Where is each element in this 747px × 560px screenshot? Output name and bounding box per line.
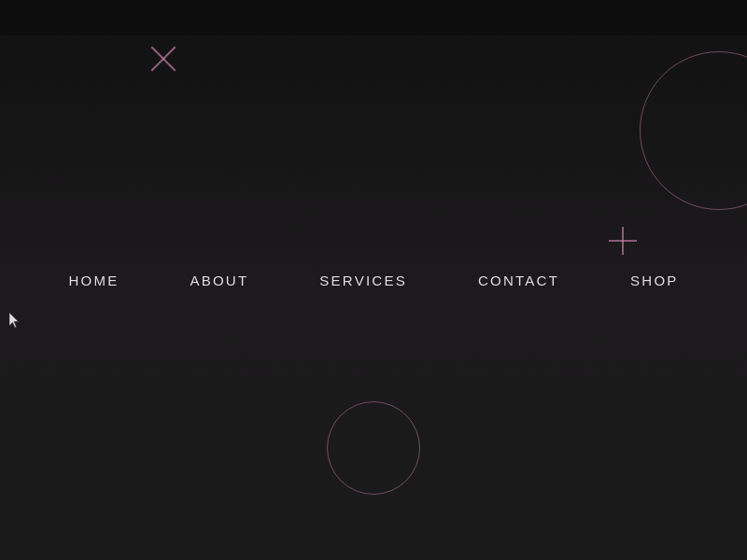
nav-item-contact[interactable]: CONTACT <box>443 273 595 288</box>
nav-item-shop[interactable]: SHOP <box>595 273 714 288</box>
nav-item-services[interactable]: SERVICES <box>284 273 443 288</box>
nav-item-home[interactable]: HOME <box>33 273 154 288</box>
mouse-cursor <box>9 313 21 329</box>
nav-item-about[interactable]: ABOUT <box>154 273 284 288</box>
main-navigation: HOME ABOUT SERVICES CONTACT SHOP <box>0 0 747 560</box>
